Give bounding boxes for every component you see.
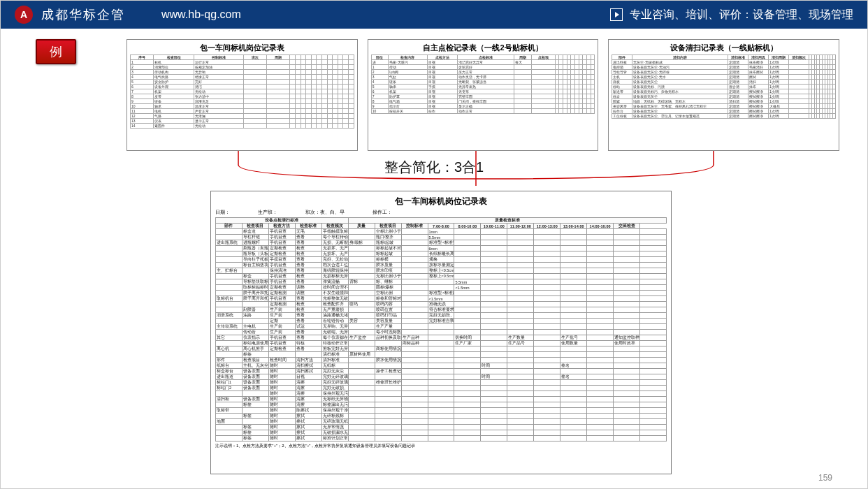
play-icon — [610, 8, 623, 21]
thumb-card-2: 自主点检记录表（一线2号贴标机） 部位检查内容点检方法点检标准周期点检项进毛刷·… — [368, 39, 599, 151]
connector-lines — [126, 151, 825, 186]
thumb1-title: 包一车间标机岗位记录表 — [130, 43, 354, 53]
logo-icon: A — [15, 6, 33, 24]
big-meta: 日期： 生产班： 班次：夜、白、早 操作工： — [215, 209, 667, 216]
big-card: 包一车间标机岗位记录表 日期： 生产班： 班次：夜、白、早 操作工： 设备点检清… — [210, 191, 672, 474]
thumb2-table: 部位检查内容点检方法点检标准周期点检项进毛刷·无脏污目视清洁完好无异常每天1传动… — [371, 54, 595, 114]
thumb3-table: 部件清扫内容清扫标准清扫用具清扫周期清扫频次进出料板无灰尘·无破损标成定期清抹布… — [612, 54, 836, 119]
topbar-left: A 成都华标企管 www.hb-qg.com — [15, 6, 241, 24]
big-table: 设备点检清扫标准质量检查标准部件检查项目检查方法检查标准检查频次质量检查项目控制… — [215, 217, 667, 441]
top-bar: A 成都华标企管 www.hb-qg.com 专业咨询、培训、评价：设备管理、现… — [1, 1, 867, 29]
thumb3-title: 设备清扫记录表（一线贴标机） — [612, 43, 836, 53]
thumb1-table: 序号检查部位控制标准班次周期1标机运行正常2润滑部位按规定加油3传动机构无异响4… — [130, 54, 354, 129]
thumb-row: 包一车间标机岗位记录表 序号检查部位控制标准班次周期1标机运行正常2润滑部位按规… — [126, 39, 839, 151]
example-badge: 例 — [36, 39, 76, 64]
thumb2-title: 自主点检记录表（一线2号贴标机） — [371, 43, 595, 53]
big-title: 包一车间标机岗位记录表 — [215, 196, 667, 207]
page-number: 159 — [818, 473, 832, 483]
thumb-card-3: 设备清扫记录表（一线贴标机） 部件清扫内容清扫标准清扫用具清扫周期清扫频次进出料… — [608, 39, 839, 151]
brand-name: 成都华标企管 — [41, 6, 125, 23]
tagline: 专业咨询、培训、评价：设备管理、现场管理 — [630, 8, 853, 22]
topbar-right: 专业咨询、培训、评价：设备管理、现场管理 — [610, 8, 853, 22]
thumb-card-1: 包一车间标机岗位记录表 序号检查部位控制标准班次周期1标机运行正常2润滑部位按规… — [126, 39, 358, 151]
footnote: 注示说明：1、点检方法及要求"○"；2、点检方法"○"，点检异常协异复填通知设备… — [215, 443, 667, 449]
site-url: www.hb-qg.com — [161, 8, 241, 21]
